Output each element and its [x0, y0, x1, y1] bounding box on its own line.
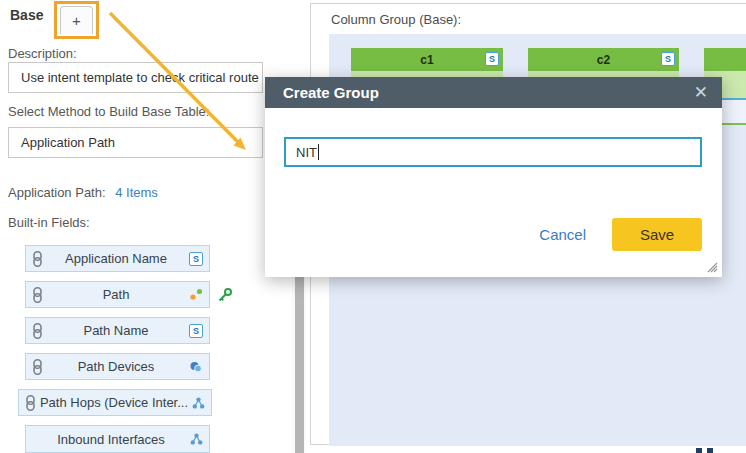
cutoff-icon	[707, 448, 713, 453]
method-label: Select Method to Build Base Table:	[8, 104, 209, 119]
highlight-box	[54, 1, 99, 39]
string-type-badge: S	[189, 324, 203, 338]
application-path-row: Application Path: 4 Items	[8, 185, 158, 200]
scrollbar-thumb[interactable]	[295, 274, 304, 453]
column-header-label: c2	[597, 53, 610, 67]
built-in-fields-label: Built-in Fields:	[8, 215, 90, 230]
column-header-label: c1	[420, 53, 433, 67]
save-button[interactable]: Save	[612, 218, 702, 251]
application-path-label: Application Path:	[8, 185, 106, 200]
field-path[interactable]: Path	[25, 281, 210, 308]
field-label: Application Name	[43, 251, 189, 266]
description-input[interactable]: Use intent template to check critical ro…	[8, 62, 263, 93]
string-type-badge: S	[661, 52, 675, 66]
key-icon	[217, 287, 233, 303]
dialog-title: Create Group	[283, 84, 694, 101]
cutoff-icon	[696, 448, 702, 453]
column-header-c3[interactable]	[704, 48, 746, 71]
tab-base[interactable]: Base	[10, 7, 43, 23]
close-icon[interactable]: ✕	[694, 84, 708, 101]
chain-icon	[32, 323, 43, 339]
column-header-c2[interactable]: c2 S	[528, 48, 679, 71]
network-icon	[190, 433, 203, 445]
method-select[interactable]: Application Path	[8, 127, 263, 158]
application-path-items-link[interactable]: 4 Items	[115, 185, 158, 200]
column-header-c1[interactable]: c1 S	[351, 48, 503, 71]
field-path-name[interactable]: Path Name S	[25, 317, 210, 344]
field-label: Path Hops (Device Inter...	[36, 395, 192, 410]
group-name-value: NIT	[296, 145, 317, 160]
chain-icon	[25, 395, 36, 411]
field-path-devices[interactable]: Path Devices	[25, 353, 210, 380]
chain-icon	[32, 359, 43, 375]
network-icon	[192, 397, 205, 409]
column-group-title: Column Group (Base):	[331, 12, 461, 27]
field-application-name[interactable]: Application Name S	[25, 245, 210, 272]
field-label: Path Name	[43, 323, 189, 338]
chain-icon	[32, 287, 43, 303]
description-label: Description:	[8, 46, 77, 61]
resize-handle-icon[interactable]	[704, 259, 718, 273]
chain-icon	[32, 251, 43, 267]
dialog-footer: Cancel Save	[539, 218, 702, 251]
devices-icon	[189, 361, 203, 373]
path-endpoints-icon	[189, 288, 203, 301]
string-type-badge: S	[485, 52, 499, 66]
field-label: Path	[43, 287, 189, 302]
field-label: Inbound Interfaces	[32, 432, 190, 447]
field-inbound-interfaces[interactable]: Inbound Interfaces	[25, 425, 210, 453]
group-name-input[interactable]: NIT	[284, 137, 702, 167]
create-group-dialog: Create Group ✕ NIT Cancel Save	[265, 77, 722, 277]
method-value: Application Path	[21, 135, 115, 150]
text-cursor	[318, 144, 319, 160]
dialog-header[interactable]: Create Group ✕	[265, 77, 722, 108]
field-label: Path Devices	[43, 359, 189, 374]
string-type-badge: S	[189, 252, 203, 266]
description-value: Use intent template to check critical ro…	[21, 70, 259, 85]
cancel-button[interactable]: Cancel	[539, 226, 586, 243]
field-path-hops[interactable]: Path Hops (Device Inter...	[18, 389, 212, 416]
